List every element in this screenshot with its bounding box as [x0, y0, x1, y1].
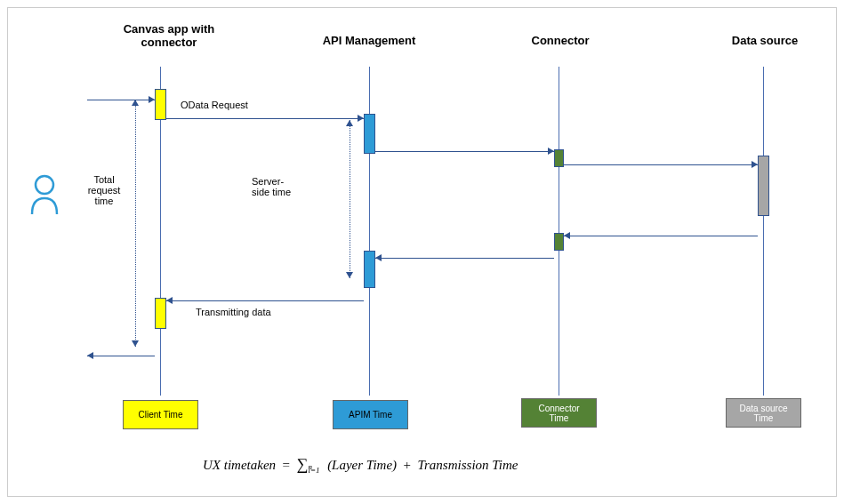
label-total-request-time: Total request time: [82, 174, 126, 206]
lane-header-datasource: Data source: [720, 34, 809, 47]
arrow-head-apim-to-connector: [548, 148, 554, 155]
label-odata-request: OData Request: [181, 100, 248, 110]
sigma-icon: ∑: [297, 455, 309, 473]
activation-datasource: [758, 156, 769, 216]
arrow-canvas-to-apim: [166, 118, 364, 119]
span-total-arrow-up: [132, 100, 139, 106]
legend-datasource-time: Data source Time: [726, 398, 801, 428]
arrow-head-canvas-to-apim: [358, 115, 364, 122]
formula-lhs: UX timetaken: [203, 458, 276, 472]
span-server-arrow-down: [346, 272, 353, 278]
formula-term2: Transmission Time: [418, 458, 518, 472]
activation-canvas-2: [155, 298, 166, 329]
legend-connector-time: Connector Time: [521, 398, 597, 428]
arrow-apim-to-connector: [375, 151, 554, 152]
arrow-connector-to-datasource: [564, 164, 758, 165]
formula: UX timetaken = ∑ni=1 (Layer Time) + Tran…: [203, 455, 518, 474]
lifeline-connector: [559, 67, 559, 396]
span-total-arrow-down: [132, 340, 139, 347]
span-server-side: [350, 120, 350, 278]
formula-term1: (Layer Time): [327, 458, 397, 472]
activation-canvas-1: [155, 89, 166, 120]
arrow-head-canvas-to-user: [87, 352, 93, 359]
arrow-head-datasource-to-connector: [564, 232, 570, 239]
formula-sub: i=1: [308, 466, 319, 475]
arrow-connector-to-apim: [375, 258, 554, 259]
formula-eq: =: [283, 458, 290, 472]
arrow-head-connector-to-apim: [375, 254, 382, 261]
activation-connector-2: [554, 233, 564, 251]
legend-client-time: Client Time: [123, 400, 198, 429]
legend-apim-time: APIM Time: [333, 400, 408, 429]
activation-connector-1: [554, 149, 564, 167]
label-transmitting-data: Transmitting data: [196, 307, 271, 317]
span-server-arrow-up: [346, 120, 353, 126]
lane-header-apim: API Management: [316, 34, 422, 47]
user-icon: [27, 173, 62, 218]
arrow-datasource-to-connector: [564, 236, 758, 236]
activation-apim-2: [364, 251, 375, 288]
arrow-head-user-to-canvas: [149, 96, 155, 103]
arrow-canvas-to-user: [87, 356, 155, 356]
activation-apim-1: [364, 114, 375, 154]
lane-header-canvas: Canvas app with connector: [116, 22, 222, 49]
arrow-apim-to-canvas: [166, 300, 364, 301]
formula-plus: +: [404, 458, 411, 472]
label-server-side-time: Server- side time: [252, 176, 301, 197]
svg-point-0: [36, 176, 53, 194]
lane-header-connector: Connector: [516, 34, 605, 47]
span-total-request: [135, 100, 136, 347]
arrow-user-to-canvas: [87, 100, 155, 100]
lifeline-datasource: [763, 67, 764, 396]
arrow-head-connector-to-datasource: [752, 161, 758, 168]
arrow-head-apim-to-canvas: [166, 297, 173, 304]
